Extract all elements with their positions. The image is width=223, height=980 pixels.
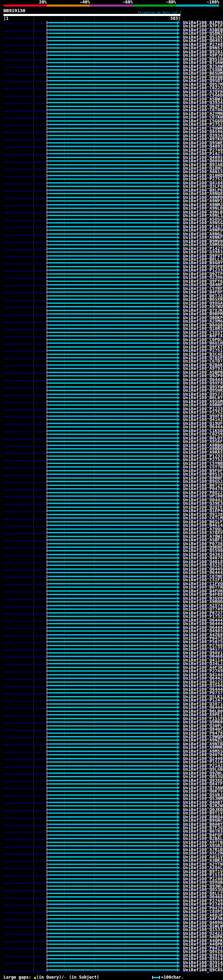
alignment-hsp-bar[interactable] [48,729,177,730]
alignment-hsp-bar[interactable] [48,827,177,829]
alignment-hsp-bar[interactable] [48,816,177,818]
alignment-hsp-bar[interactable] [48,150,177,151]
alignment-hsp-bar[interactable] [48,528,177,530]
alignment-hsp-bar[interactable] [48,455,177,457]
alignment-hsp-bar[interactable] [48,109,177,111]
alignment-hsp-bar[interactable] [48,707,177,708]
alignment-hsp-bar[interactable] [48,871,177,872]
alignment-hsp-bar[interactable] [48,904,177,905]
alignment-hsp-bar[interactable] [48,517,177,519]
alignment-hsp-bar[interactable] [48,438,177,439]
alignment-hsp-bar[interactable] [48,743,177,745]
alignment-hsp-bar[interactable] [48,962,177,963]
alignment-hsp-bar[interactable] [48,824,177,825]
alignment-hsp-bar[interactable] [48,189,177,191]
alignment-hsp-bar[interactable] [48,525,177,526]
alignment-hsp-bar[interactable] [48,911,177,912]
alignment-hsp-bar[interactable] [48,226,177,228]
alignment-hsp-bar[interactable] [48,856,177,858]
alignment-hsp-bar[interactable] [48,492,177,493]
alignment-hsp-bar[interactable] [48,958,177,959]
alignment-hsp-bar[interactable] [48,820,177,821]
alignment-hsp-bar[interactable] [48,353,177,355]
alignment-hsp-bar[interactable] [48,893,177,894]
alignment-hsp-bar[interactable] [48,648,177,650]
alignment-hsp-bar[interactable] [48,200,177,202]
alignment-hsp-bar[interactable] [48,299,177,300]
alignment-hsp-bar[interactable] [48,627,177,628]
alignment-hsp-bar[interactable] [48,248,177,249]
alignment-hsp-bar[interactable] [48,594,177,595]
alignment-hsp-bar[interactable] [48,153,177,154]
alignment-hsp-bar[interactable] [48,802,177,803]
alignment-hsp-bar[interactable] [48,321,177,322]
alignment-hsp-bar[interactable] [48,280,177,282]
alignment-hsp-bar[interactable] [48,51,177,52]
alignment-hsp-bar[interactable] [48,178,177,180]
alignment-hsp-bar[interactable] [48,91,177,92]
alignment-hsp-bar[interactable] [48,634,177,635]
alignment-hsp-bar[interactable] [48,514,177,515]
alignment-hsp-bar[interactable] [48,576,177,577]
alignment-hsp-bar[interactable] [48,463,177,464]
alignment-hsp-bar[interactable] [48,689,177,690]
alignment-hsp-bar[interactable] [48,393,177,395]
alignment-hsp-bar[interactable] [48,193,177,194]
alignment-hsp-bar[interactable] [48,947,177,949]
alignment-hsp-bar[interactable] [48,204,177,205]
alignment-hsp-bar[interactable] [48,262,177,264]
alignment-hsp-bar[interactable] [48,900,177,901]
alignment-hsp-bar[interactable] [48,889,177,890]
alignment-hsp-bar[interactable] [48,33,177,34]
alignment-hsp-bar[interactable] [48,521,177,522]
alignment-hsp-bar[interactable] [48,419,177,420]
alignment-hsp-bar[interactable] [48,73,177,74]
alignment-hsp-bar[interactable] [48,798,177,799]
alignment-hsp-bar[interactable] [48,641,177,643]
alignment-hsp-bar[interactable] [48,674,177,676]
alignment-hsp-bar[interactable] [48,127,177,129]
alignment-hsp-bar[interactable] [48,317,177,318]
alignment-hsp-bar[interactable] [48,237,177,238]
alignment-hsp-bar[interactable] [48,284,177,285]
alignment-hsp-bar[interactable] [48,940,177,942]
alignment-hsp-bar[interactable] [48,929,177,930]
alignment-hsp-bar[interactable] [48,167,177,169]
alignment-hsp-bar[interactable] [48,966,177,967]
alignment-hsp-bar[interactable] [48,572,177,573]
alignment-hsp-bar[interactable] [48,135,177,136]
alignment-hsp-bar[interactable] [48,845,177,846]
alignment-hsp-bar[interactable] [48,69,177,71]
alignment-hsp-bar[interactable] [48,328,177,329]
alignment-hsp-bar[interactable] [48,809,177,810]
alignment-hsp-bar[interactable] [48,488,177,490]
alignment-hsp-bar[interactable] [48,579,177,581]
alignment-hsp-bar[interactable] [48,466,177,468]
alignment-hsp-bar[interactable] [48,623,177,624]
alignment-hsp-bar[interactable] [48,543,177,544]
alignment-hsp-bar[interactable] [48,157,177,158]
alignment-hsp-bar[interactable] [48,692,177,694]
alignment-hsp-bar[interactable] [48,590,177,592]
alignment-hsp-bar[interactable] [48,696,177,697]
alignment-hsp-bar[interactable] [48,29,177,30]
alignment-hsp-bar[interactable] [48,725,177,727]
alignment-hsp-bar[interactable] [48,568,177,570]
alignment-hsp-bar[interactable] [48,860,177,861]
alignment-hsp-bar[interactable] [48,583,177,584]
alignment-hsp-bar[interactable] [48,598,177,599]
alignment-hsp-bar[interactable] [48,864,177,865]
alignment-hsp-bar[interactable] [48,470,177,471]
alignment-hsp-bar[interactable] [48,768,177,770]
alignment-hsp-bar[interactable] [48,120,177,122]
alignment-hsp-bar[interactable] [48,678,177,679]
alignment-hsp-bar[interactable] [48,277,177,278]
alignment-hsp-bar[interactable] [48,532,177,533]
alignment-row[interactable]: UniRef100_Q9C8S5 [0,968,223,972]
alignment-hsp-bar[interactable] [48,878,177,880]
alignment-hsp-bar[interactable] [48,605,177,606]
alignment-hsp-bar[interactable] [48,550,177,551]
alignment-hsp-bar[interactable] [48,481,177,482]
alignment-hsp-bar[interactable] [48,390,177,391]
alignment-hsp-bar[interactable] [48,655,177,657]
